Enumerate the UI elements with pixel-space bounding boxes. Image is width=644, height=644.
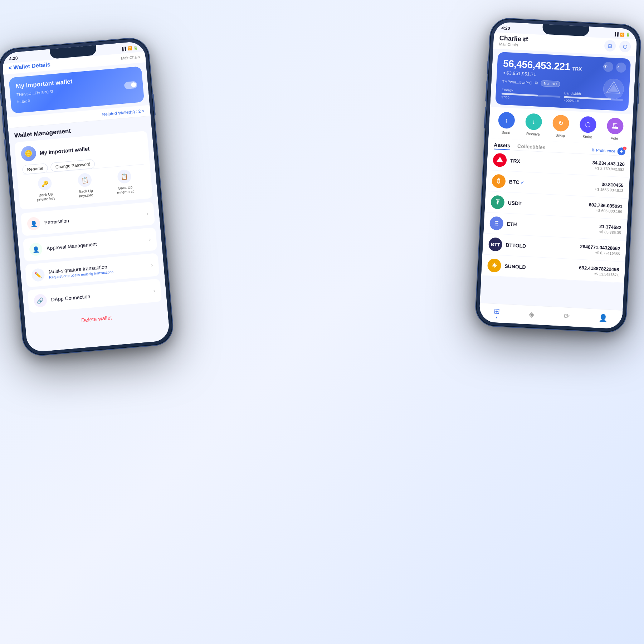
bttold-name: BTTOLD <box>506 242 580 252</box>
right-status-icons: ▐▐🛜🔋 <box>613 32 630 36</box>
non-hd-badge: Non-HD <box>541 80 560 87</box>
approval-label: Approval Management <box>46 237 145 251</box>
balance-card: 👁 ↗ 56,456,453.221 TRX ≈ $3,951,951.71 T… <box>495 52 631 111</box>
backup-private-key[interactable]: 🔑 Back Upprivate key <box>35 176 55 202</box>
send-icon: ↑ <box>498 112 515 129</box>
header-action-icons: ⊞ ⬡ <box>604 40 631 53</box>
approval-icon: 👤 <box>29 242 43 256</box>
nav-assets[interactable]: ⊞ <box>494 307 501 318</box>
vote-icon: 🗳 <box>606 117 624 135</box>
receive-label: Receive <box>526 131 540 136</box>
permission-icon: 👤 <box>26 217 40 231</box>
swap-icon[interactable]: ⇄ <box>522 35 528 43</box>
backup-mnemonic-icon: 📋 <box>117 169 132 184</box>
backup-keystore-icon: 📋 <box>77 172 92 187</box>
sunold-info: SUNOLD <box>504 263 579 273</box>
eth-info: ETH <box>507 221 599 232</box>
bttold-logo: BTT <box>488 237 503 252</box>
backup-key-icon: 🔑 <box>38 176 52 191</box>
send-label: Send <box>502 130 511 135</box>
usdt-info: USDT <box>508 200 589 210</box>
backup-keystore[interactable]: 📋 Back Upkeystore <box>77 172 93 198</box>
trx-info: TRX <box>510 158 592 168</box>
dapp-label: DApp Connection <box>51 288 150 303</box>
btc-amounts: 30.810455 ≈$ 1555,934.813 <box>595 181 624 192</box>
balance-address: THPwer...5wtfYC <box>502 79 532 85</box>
wallet-toggle[interactable] <box>124 81 137 89</box>
vote-label: Vote <box>611 136 619 141</box>
backup-mnemonic[interactable]: 📋 Back Upmnemonic <box>115 169 135 195</box>
nav-assets-icon: ⊞ <box>494 307 500 316</box>
usdt-name: USDT <box>508 200 589 210</box>
wallet-avatar: 🪙 <box>20 146 37 162</box>
tab-collectibles[interactable]: Collectibles <box>517 142 546 152</box>
bttold-amounts: 2648771.04328662 ≈$ 6.77419355 <box>580 244 620 256</box>
eth-usd: ≈$ 85,885.35 <box>599 229 621 235</box>
action-swap[interactable]: ↻ Swap <box>552 114 570 138</box>
swap-icon: ↻ <box>552 114 569 132</box>
usdt-logo: ₮ <box>491 195 505 209</box>
multisig-icon: ✏️ <box>31 268 45 282</box>
nav-staking[interactable]: ◈ <box>529 310 535 319</box>
eth-amounts: 21.174682 ≈$ 85,885.35 <box>599 224 621 235</box>
svg-marker-3 <box>497 157 503 162</box>
balance-card-icons: 👁 ↗ <box>603 62 626 73</box>
bottom-nav: ⊞ ◈ ⟳ 👤 <box>479 303 623 329</box>
nav-active-dot <box>496 317 497 318</box>
stake-icon: ⬡ <box>579 116 596 133</box>
tab-assets[interactable]: Assets <box>494 140 511 150</box>
right-phone: 4:20 ▐▐🛜🔋 Charlie ⇄ MainChain ⊞ ⬡ <box>475 18 641 333</box>
right-time: 4:20 <box>501 25 510 31</box>
copy-addr-icon[interactable]: ⧉ <box>535 80 538 85</box>
action-receive[interactable]: ↓ Receive <box>525 113 542 136</box>
multisig-chevron: › <box>151 262 153 268</box>
left-phone: 4:20 ▐▐🛜🔋 < Wallet Details MainChain My … <box>0 37 174 356</box>
dapp-chevron: › <box>153 288 155 293</box>
back-button[interactable]: < Wallet Details <box>8 61 50 71</box>
btc-logo: ₿ <box>492 174 506 188</box>
asset-list: TRX 34,234,453.126 ≈$ 2,760,842.982 ₿ BT… <box>481 149 631 283</box>
eth-name: ETH <box>507 221 599 232</box>
wallet-mgmt-name: My important wallet <box>39 141 142 156</box>
sunold-logo: ☀ <box>487 258 502 273</box>
btc-name: BTC ✓ <box>509 179 595 189</box>
external-link-icon[interactable]: ↗ <box>616 62 626 73</box>
trx-amounts: 34,234,453.126 ≈$ 2,760,842.982 <box>592 160 625 172</box>
eth-amount: 21.174682 <box>599 224 621 230</box>
usdt-amounts: 602,786.035091 ≈$ 606,000.199 <box>589 202 623 214</box>
left-chain: MainChain <box>121 54 140 60</box>
back-label: < Wallet Details <box>8 61 50 71</box>
nav-profile[interactable]: 👤 <box>599 314 608 323</box>
energy-val: 37/60 <box>501 95 509 99</box>
eth-logo: Ξ <box>489 216 504 230</box>
btc-info: BTC ✓ <box>509 179 595 189</box>
receive-icon: ↓ <box>525 113 542 130</box>
nav-staking-icon: ◈ <box>529 310 535 319</box>
permission-chevron: › <box>146 211 148 216</box>
wallet-management-card: 🪙 My important wallet Rename Change Pass… <box>14 131 153 210</box>
copy-icon[interactable]: ⧉ <box>50 89 54 94</box>
action-stake[interactable]: ⬡ Stake <box>579 116 596 139</box>
scan-button[interactable]: ⬡ <box>619 40 631 53</box>
bandwidth-val: 4000/5000 <box>564 99 579 103</box>
nav-profile-icon: 👤 <box>599 314 608 323</box>
trx-name: TRX <box>510 158 592 168</box>
sunold-name: SUNOLD <box>504 263 579 273</box>
nav-history-icon: ⟳ <box>564 312 570 321</box>
preference-button[interactable]: ⇅ Preference <box>591 147 615 153</box>
nav-history[interactable]: ⟳ <box>564 312 570 321</box>
approval-chevron: › <box>149 236 151 242</box>
stake-label: Stake <box>582 134 592 139</box>
left-time: 4:20 <box>9 55 18 61</box>
swap-label: Swap <box>555 133 565 137</box>
wallet-card: My important wallet THPvaU...Fhn5YC ⧉ In… <box>9 66 144 113</box>
add-asset-button[interactable]: + 1 <box>617 147 625 156</box>
action-send[interactable]: ↑ Send <box>498 112 515 135</box>
add-badge: 1 <box>623 146 627 150</box>
eye-icon[interactable]: 👁 <box>603 62 613 72</box>
qr-scan-button[interactable]: ⊞ <box>604 40 616 52</box>
sunold-amounts: 692.418878222498 ≈$ 13.5483871 <box>579 265 619 277</box>
action-vote[interactable]: 🗳 Vote <box>606 117 624 141</box>
left-status-icons: ▐▐🛜🔋 <box>121 45 138 51</box>
energy-bar: Energy 37/60 <box>501 88 561 102</box>
